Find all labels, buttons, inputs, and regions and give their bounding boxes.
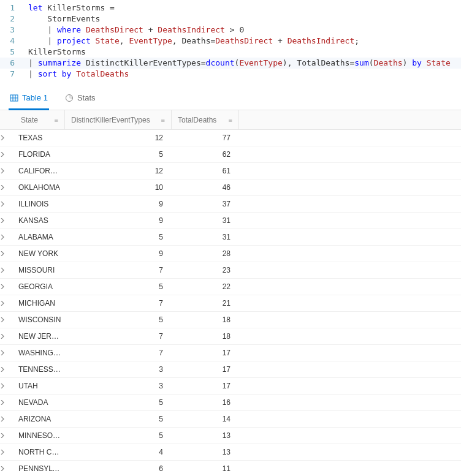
code-content[interactable]: KillerStorms <box>23 47 86 58</box>
code-line[interactable]: 7| sort by TotalDeaths <box>0 69 461 80</box>
expand-row-icon[interactable] <box>0 400 15 405</box>
table-row[interactable]: NEVADA516 <box>0 395 461 411</box>
cell-types: 12 <box>65 167 172 175</box>
expand-row-icon[interactable] <box>0 433 15 438</box>
column-header-types[interactable]: DistinctKillerEventTypes ≡ <box>65 110 172 129</box>
table-row[interactable]: MICHIGAN721 <box>0 295 461 312</box>
cell-types: 5 <box>65 415 172 423</box>
cell-state: NEVADA <box>15 398 65 407</box>
code-line[interactable]: 5KillerStorms <box>0 47 461 58</box>
expand-row-icon[interactable] <box>0 450 15 455</box>
stats-icon <box>65 94 74 102</box>
cell-types: 12 <box>65 134 172 142</box>
expand-row-icon[interactable] <box>0 251 15 256</box>
line-number: 7 <box>0 69 23 80</box>
expand-row-icon[interactable] <box>0 235 15 240</box>
expand-row-icon[interactable] <box>0 301 15 306</box>
table-row[interactable]: TEXAS1277 <box>0 130 461 146</box>
table-row[interactable]: ALABAMA531 <box>0 229 461 246</box>
results-table: State ≡ DistinctKillerEventTypes ≡ Total… <box>0 110 461 476</box>
table-row[interactable]: NEW JERSEY718 <box>0 328 461 345</box>
table-row[interactable]: FLORIDA562 <box>0 146 461 163</box>
table-row[interactable]: ILLINOIS937 <box>0 196 461 213</box>
expand-row-icon[interactable] <box>0 152 15 157</box>
expand-row-icon[interactable] <box>0 466 15 471</box>
column-header-state[interactable]: State ≡ <box>15 110 65 129</box>
table-row[interactable]: MISSOURI723 <box>0 262 461 279</box>
code-content[interactable]: let KillerStorms = <box>23 2 115 13</box>
table-row[interactable]: CALIFORNIA1261 <box>0 163 461 179</box>
column-header-deaths[interactable]: TotalDeaths ≡ <box>172 110 239 129</box>
line-number: 1 <box>0 2 23 13</box>
line-number: 3 <box>0 25 23 36</box>
tab-stats[interactable]: Stats <box>64 89 97 110</box>
cell-types: 5 <box>65 315 172 324</box>
expand-row-icon[interactable] <box>0 383 15 388</box>
table-row[interactable]: PENNSYLV…611 <box>0 461 461 476</box>
cell-types: 7 <box>65 349 172 357</box>
table-header: State ≡ DistinctKillerEventTypes ≡ Total… <box>0 110 461 130</box>
table-row[interactable]: MINNESOTA513 <box>0 428 461 444</box>
code-line[interactable]: 1let KillerStorms = <box>0 2 461 13</box>
cell-types: 9 <box>65 249 172 258</box>
expand-row-icon[interactable] <box>0 367 15 372</box>
cell-types: 5 <box>65 431 172 440</box>
expand-row-icon[interactable] <box>0 284 15 289</box>
cell-deaths: 18 <box>172 315 239 324</box>
cell-types: 3 <box>65 365 172 374</box>
cell-deaths: 31 <box>172 233 239 241</box>
code-content[interactable]: | sort by TotalDeaths <box>23 69 129 80</box>
tab-table-label: Table 1 <box>22 93 48 102</box>
expand-row-icon[interactable] <box>0 135 15 140</box>
line-number: 2 <box>0 13 23 25</box>
cell-deaths: 16 <box>172 398 239 407</box>
cell-state: NORTH CA… <box>15 448 65 456</box>
table-row[interactable]: KANSAS931 <box>0 213 461 229</box>
table-row[interactable]: WISCONSIN518 <box>0 312 461 328</box>
table-row[interactable]: OKLAHOMA1046 <box>0 179 461 196</box>
code-line[interactable]: 4 | project State, EventType, Deaths=Dea… <box>0 36 461 47</box>
cell-deaths: 17 <box>172 382 239 390</box>
cell-deaths: 46 <box>172 183 239 192</box>
cell-types: 5 <box>65 233 172 241</box>
table-icon <box>10 94 18 102</box>
expand-row-icon[interactable] <box>0 334 15 339</box>
cell-state: TEXAS <box>15 134 65 142</box>
line-number: 4 <box>0 36 23 47</box>
table-row[interactable]: TENNESSEE317 <box>0 361 461 378</box>
expand-row-icon[interactable] <box>0 168 15 173</box>
expand-row-icon[interactable] <box>0 268 15 273</box>
code-content[interactable]: | project State, EventType, Deaths=Death… <box>23 36 359 47</box>
svg-rect-0 <box>10 95 18 101</box>
table-row[interactable]: NEW YORK928 <box>0 246 461 262</box>
code-line[interactable]: 2 StormEvents <box>0 13 461 25</box>
menu-icon[interactable]: ≡ <box>55 116 58 124</box>
expand-row-icon[interactable] <box>0 417 15 421</box>
cell-state: UTAH <box>15 382 65 390</box>
expand-row-icon[interactable] <box>0 350 15 355</box>
menu-icon[interactable]: ≡ <box>161 116 165 124</box>
expand-row-icon[interactable] <box>0 185 15 190</box>
table-row[interactable]: WASHINGT…717 <box>0 345 461 361</box>
code-content[interactable]: | summarize DistinctKillerEventTypes=dco… <box>23 58 451 69</box>
code-content[interactable]: | where DeathsDirect + DeathsIndirect > … <box>23 25 244 36</box>
cell-types: 7 <box>65 332 172 341</box>
cell-deaths: 23 <box>172 266 239 274</box>
table-row[interactable]: ARIZONA514 <box>0 411 461 428</box>
code-editor[interactable]: 1let KillerStorms =2 StormEvents3 | wher… <box>0 0 461 85</box>
table-row[interactable]: UTAH317 <box>0 378 461 395</box>
cell-deaths: 11 <box>172 464 239 473</box>
expand-row-icon[interactable] <box>0 317 15 322</box>
table-row[interactable]: NORTH CA…413 <box>0 444 461 461</box>
code-content[interactable]: StormEvents <box>23 13 100 25</box>
table-row[interactable]: GEORGIA522 <box>0 279 461 295</box>
code-line[interactable]: 6| summarize DistinctKillerEventTypes=dc… <box>0 58 461 69</box>
cell-deaths: 61 <box>172 167 239 175</box>
tab-table[interactable]: Table 1 <box>9 89 49 110</box>
code-line[interactable]: 3 | where DeathsDirect + DeathsIndirect … <box>0 25 461 36</box>
cell-state: TENNESSEE <box>15 365 65 374</box>
cell-deaths: 22 <box>172 282 239 291</box>
expand-row-icon[interactable] <box>0 202 15 206</box>
menu-icon[interactable]: ≡ <box>229 116 232 124</box>
expand-row-icon[interactable] <box>0 218 15 223</box>
